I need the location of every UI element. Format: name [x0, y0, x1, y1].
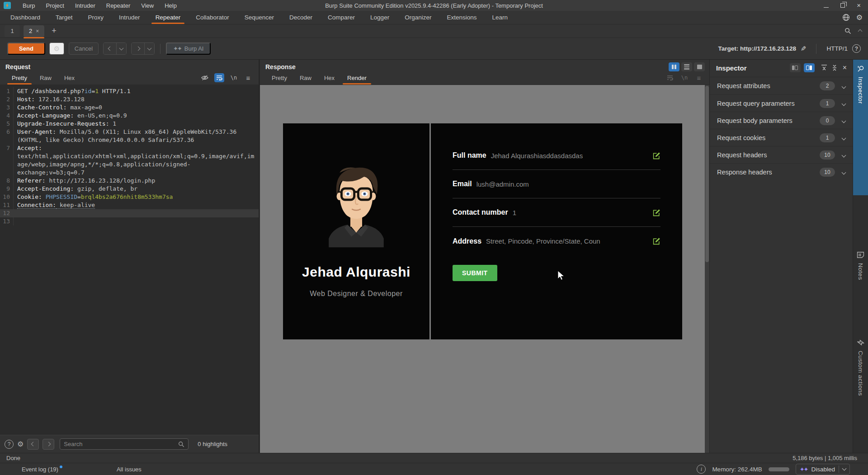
inspector-row-request-cookies[interactable]: Request cookies1	[710, 129, 853, 146]
memory-gauge	[769, 467, 789, 471]
minimize-button[interactable]	[824, 2, 829, 9]
menu-repeater[interactable]: Repeater	[101, 2, 136, 9]
request-line: 7Accept: text/html,application/xhtml+xml…	[0, 144, 259, 177]
inspector-pane-left-button[interactable]	[790, 63, 801, 72]
menu-project[interactable]: Project	[40, 2, 69, 9]
cancel-button[interactable]: Cancel	[69, 42, 99, 55]
request-tab-raw[interactable]: Raw	[33, 72, 58, 85]
request-tab-hex[interactable]: Hex	[58, 72, 81, 85]
send-settings-button[interactable]: ⚙	[49, 42, 64, 55]
side-tab-custom-actions[interactable]: Custom actions	[853, 334, 868, 424]
tab-logger[interactable]: Logger	[363, 11, 397, 24]
tab-intruder[interactable]: Intruder	[111, 11, 148, 24]
inspector-row-request-attributes[interactable]: Request attributes2	[710, 77, 853, 94]
response-scrollbar[interactable]	[705, 85, 709, 453]
target-url: Target: http://172.16.23.128	[718, 45, 796, 52]
field-label: Contact number	[453, 208, 508, 216]
inspector-pane-right-button[interactable]	[804, 63, 815, 72]
repeater-tab-2[interactable]: 2×	[24, 25, 44, 37]
show-newlines-icon[interactable]: \n	[229, 73, 239, 82]
burp-ai-button[interactable]: ✦✦ Burp AI	[166, 42, 211, 55]
tab-organizer[interactable]: Organizer	[397, 11, 439, 24]
search-settings-icon[interactable]: ⚙	[17, 440, 24, 448]
request-tab-pretty[interactable]: Pretty	[5, 72, 33, 85]
search-prev-button[interactable]	[27, 439, 39, 450]
search-input[interactable]	[64, 441, 178, 447]
tab-dashboard[interactable]: Dashboard	[3, 11, 48, 24]
search-next-button[interactable]	[42, 439, 54, 450]
settings-gear-icon[interactable]: ⚙	[856, 13, 863, 22]
layout-rows-button[interactable]	[681, 62, 692, 71]
edit-field-icon[interactable]	[653, 152, 660, 160]
repeater-tab-1[interactable]: 1	[5, 25, 20, 37]
history-forward-button[interactable]	[132, 43, 144, 54]
tab-collaborator[interactable]: Collaborator	[188, 11, 237, 24]
menu-burp[interactable]: Burp	[17, 2, 40, 9]
history-back-button[interactable]	[104, 43, 116, 54]
count-badge: 2	[820, 81, 835, 90]
tab-comparer[interactable]: Comparer	[320, 11, 363, 24]
edit-target-icon[interactable]: ✎	[801, 45, 807, 53]
inspector-close-icon[interactable]: ×	[841, 64, 848, 72]
tab-target[interactable]: Target	[48, 11, 80, 24]
collapse-toolbar-icon[interactable]	[859, 28, 862, 34]
layout-columns-button[interactable]	[669, 62, 679, 71]
search-icon[interactable]	[844, 28, 851, 34]
request-status: Done	[6, 455, 20, 461]
menu-intruder[interactable]: Intruder	[70, 2, 101, 9]
tab-decoder[interactable]: Decoder	[282, 11, 320, 24]
edit-field-icon[interactable]	[653, 237, 660, 245]
expand-all-icon[interactable]	[821, 64, 828, 71]
close-button[interactable]: ×	[857, 3, 861, 8]
notes-icon	[857, 252, 864, 259]
request-editor[interactable]: 1GET /dashboard.php?id=1 HTTP/1.12Host: …	[0, 85, 259, 435]
tab-learn[interactable]: Learn	[484, 11, 515, 24]
layout-single-button[interactable]	[694, 62, 705, 71]
close-tab-icon[interactable]: ×	[36, 28, 39, 34]
send-button[interactable]: Send	[7, 42, 45, 55]
code-segment: =	[77, 193, 81, 200]
inspector-row-label: Request query parameters	[717, 100, 795, 107]
side-tab-inspector[interactable]: Inspector	[853, 60, 868, 195]
editor-menu-icon[interactable]: ≡	[243, 73, 253, 82]
line-content: Host: 172.16.23.128	[14, 95, 259, 103]
maximize-button[interactable]	[840, 2, 845, 9]
history-back-dropdown[interactable]	[116, 43, 126, 54]
inspector-row-request-query-parameters[interactable]: Request query parameters1	[710, 94, 853, 112]
inspector-row-response-headers[interactable]: Response headers10	[710, 163, 853, 180]
submit-button[interactable]: SUBMIT	[453, 265, 497, 281]
request-line: 13	[0, 217, 259, 226]
new-repeater-tab-button[interactable]: +	[48, 26, 60, 36]
count-badge: 10	[820, 150, 835, 160]
http-version[interactable]: HTTP/1	[826, 45, 848, 52]
hide-nonprintable-icon[interactable]	[200, 73, 210, 82]
response-tab-hex[interactable]: Hex	[318, 72, 341, 85]
request-panel: Request PrettyRawHex \n ≡ 1GET /dashboar…	[0, 60, 259, 453]
side-tab-notes[interactable]: Notes	[853, 246, 868, 318]
tab-extensions[interactable]: Extensions	[439, 11, 484, 24]
all-issues-link[interactable]: All issues	[117, 466, 142, 473]
globe-icon[interactable]	[842, 14, 850, 21]
search-help-icon[interactable]: ?	[5, 440, 14, 449]
search-magnifier-icon	[178, 441, 184, 447]
menu-view[interactable]: View	[136, 2, 159, 9]
tab-sequencer[interactable]: Sequencer	[237, 11, 282, 24]
ai-status-button[interactable]: ✦✦ Disabled	[796, 464, 850, 475]
wrap-lines-icon[interactable]	[214, 73, 224, 82]
inspector-row-request-headers[interactable]: Request headers10	[710, 146, 853, 163]
help-icon[interactable]: ?	[852, 44, 861, 53]
menu-help[interactable]: Help	[159, 2, 182, 9]
response-tab-raw[interactable]: Raw	[293, 72, 318, 85]
tab-proxy[interactable]: Proxy	[80, 11, 112, 24]
event-log-link[interactable]: Event log (19)	[22, 466, 62, 473]
chevron-down-icon	[842, 100, 845, 107]
info-icon[interactable]: i	[697, 465, 706, 474]
history-forward-dropdown[interactable]	[144, 43, 154, 54]
response-tab-pretty[interactable]: Pretty	[265, 72, 293, 85]
tab-repeater[interactable]: Repeater	[148, 11, 189, 24]
code-segment: Accept:	[17, 145, 42, 151]
inspector-row-request-body-parameters[interactable]: Request body parameters0	[710, 112, 853, 129]
response-tab-render[interactable]: Render	[341, 72, 373, 85]
collapse-all-icon[interactable]	[831, 64, 838, 71]
edit-field-icon[interactable]	[653, 209, 660, 216]
